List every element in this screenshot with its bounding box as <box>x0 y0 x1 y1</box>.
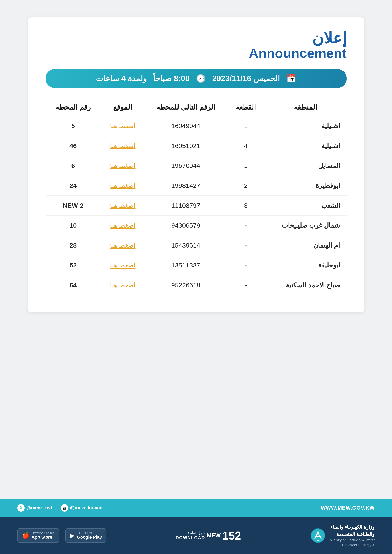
cell-station-num: NEW-2 <box>46 196 101 215</box>
header-station-next: الرقم التالي للمحطة <box>145 99 227 116</box>
cell-station-next: 94306579 <box>145 215 227 235</box>
header-section: القطعة <box>227 99 265 116</box>
app-store-small: Download on the <box>32 531 54 535</box>
location-link[interactable]: اضغط هنا <box>110 142 135 149</box>
location-link[interactable]: اضغط هنا <box>110 182 135 189</box>
cell-region: شمال غرب صليبيخات <box>265 215 346 235</box>
location-link[interactable]: اضغط هنا <box>110 202 135 209</box>
download-label: حمل تطبيق DOWNLOAD <box>175 531 205 540</box>
instagram-handle: @mew_kuwait <box>70 505 103 511</box>
cell-location[interactable]: اضغط هنا <box>101 176 145 196</box>
cell-section: - <box>227 275 265 295</box>
location-link[interactable]: اضغط هنا <box>110 262 135 269</box>
header-region: المنطقة <box>265 99 346 116</box>
location-link[interactable]: اضغط هنا <box>110 162 135 169</box>
cell-station-next: 11108797 <box>145 196 227 215</box>
announcements-table: المنطقة القطعة الرقم التالي للمحطة الموق… <box>46 99 347 295</box>
cell-region: صباح الاحمد السكنية <box>265 275 346 295</box>
download-label-english: DOWNLOAD <box>175 535 205 540</box>
apple-icon: 🍎 <box>22 532 29 539</box>
table-row: صباح الاحمد السكنية - 95226618 اضغط هنا … <box>46 275 347 295</box>
twitter-icon: 𝕏 <box>17 504 25 512</box>
table-row: اشبيلية 1 16049044 اضغط هنا 5 <box>46 116 347 136</box>
table-row: الشعب 3 11108797 اضغط هنا NEW-2 <box>46 196 347 215</box>
table-row: ام الهيمان - 15439614 اضغط هنا 28 <box>46 235 347 255</box>
cell-location[interactable]: اضغط هنا <box>101 255 145 275</box>
table-row: ابوفطيرة 2 19981427 اضغط هنا 24 <box>46 176 347 196</box>
cell-region: ابوفطيرة <box>265 176 346 196</box>
cell-section: 3 <box>227 196 265 215</box>
cell-location[interactable]: اضغط هنا <box>101 196 145 215</box>
cell-station-next: 16051021 <box>145 136 227 156</box>
cell-station-num: 24 <box>46 176 101 196</box>
location-link[interactable]: اضغط هنا <box>110 222 135 229</box>
cell-section: - <box>227 235 265 255</box>
cell-section: 4 <box>227 136 265 156</box>
title-english: Announcement <box>46 46 347 61</box>
cell-location[interactable]: اضغط هنا <box>101 215 145 235</box>
cell-location[interactable]: اضغط هنا <box>101 275 145 295</box>
instagram-link[interactable]: 📷 @mew_kuwait <box>61 504 103 512</box>
twitter-link[interactable]: 𝕏 @mew_kwt <box>17 504 52 512</box>
google-play-button[interactable]: ▶ GET IT ON Google Play <box>65 528 106 542</box>
mew-prefix: MEW <box>207 532 221 539</box>
ministry-name: وزارة الكهـربـاء والمـاء والطـاقـة المتج… <box>330 524 375 547</box>
website-link[interactable]: WWW.MEW.GOV.KW <box>321 505 375 511</box>
time-text: 8:00 صباحاً <box>153 74 189 83</box>
google-play-icon: ▶ <box>70 532 75 539</box>
cell-location[interactable]: اضغط هنا <box>101 235 145 255</box>
instagram-icon: 📷 <box>61 504 68 512</box>
location-link[interactable]: اضغط هنا <box>110 282 135 289</box>
ministry-arabic-line2: والطـاقـة المتجـددة <box>330 531 375 538</box>
cell-region: الشعب <box>265 196 346 215</box>
cell-station-num: 5 <box>46 116 101 136</box>
cell-section: - <box>227 215 265 235</box>
google-play-small: GET IT ON <box>77 531 102 535</box>
twitter-handle: @mew_kwt <box>26 505 52 511</box>
cell-station-num: 28 <box>46 235 101 255</box>
title-arabic: إعلان <box>46 30 347 46</box>
google-play-large: Google Play <box>77 535 102 540</box>
header-station-num: رقم المحطة <box>46 99 101 116</box>
mew-number: 152 <box>222 529 241 542</box>
date-bar: 📅 الخميس 2023/11/16 🕗 8:00 صباحاً ولمدة … <box>46 69 347 88</box>
cell-location[interactable]: اضغط هنا <box>101 136 145 156</box>
cell-region: ابوحليفة <box>265 255 346 275</box>
cell-location[interactable]: اضغط هنا <box>101 116 145 136</box>
cell-section: - <box>227 255 265 275</box>
cell-section: 1 <box>227 116 265 136</box>
location-link[interactable]: اضغط هنا <box>110 122 135 129</box>
cell-region: المسايل <box>265 156 346 176</box>
footer-lower: 🍎 Download on the App Store ▶ GET IT ON … <box>0 517 392 554</box>
main-card: إعلان Announcement 📅 الخميس 2023/11/16 🕗… <box>28 17 364 312</box>
cell-station-num: 52 <box>46 255 101 275</box>
cell-station-next: 13511387 <box>145 255 227 275</box>
ministry-english-line2: & Renewable Energy <box>330 543 375 547</box>
cell-station-num: 6 <box>46 156 101 176</box>
page-wrapper: إعلان Announcement 📅 الخميس 2023/11/16 🕗… <box>0 0 392 554</box>
cell-station-num: 10 <box>46 215 101 235</box>
cell-station-num: 46 <box>46 136 101 156</box>
footer-upper: 𝕏 @mew_kwt 📷 @mew_kuwait WWW.MEW.GOV.KW <box>0 499 392 517</box>
ministry-arabic-line1: وزارة الكهـربـاء والمـاء <box>330 524 375 531</box>
app-store-large: App Store <box>32 535 54 540</box>
location-link[interactable]: اضغط هنا <box>110 242 135 249</box>
cell-station-next: 19981427 <box>145 176 227 196</box>
cell-station-next: 16049044 <box>145 116 227 136</box>
header-location: الموقع <box>101 99 145 116</box>
cell-location[interactable]: اضغط هنا <box>101 156 145 176</box>
app-store-button[interactable]: 🍎 Download on the App Store <box>17 528 59 542</box>
date-text: الخميس 2023/11/16 <box>212 74 280 83</box>
cell-station-next: 95226618 <box>145 275 227 295</box>
ministry-english-line1: Ministry of Electricity & Water <box>330 538 375 542</box>
table-row: المسايل 1 19670944 اضغط هنا 6 <box>46 156 347 176</box>
cell-section: 1 <box>227 156 265 176</box>
table-row: اشبيلية 4 16051021 اضغط هنا 46 <box>46 136 347 156</box>
ministry-info: وزارة الكهـربـاء والمـاء والطـاقـة المتج… <box>310 524 375 547</box>
ministry-logo <box>310 528 326 543</box>
cell-station-next: 15439614 <box>145 235 227 255</box>
cell-section: 2 <box>227 176 265 196</box>
svg-point-0 <box>311 529 325 542</box>
svg-point-1 <box>317 532 319 533</box>
calendar-icon: 📅 <box>286 74 296 83</box>
